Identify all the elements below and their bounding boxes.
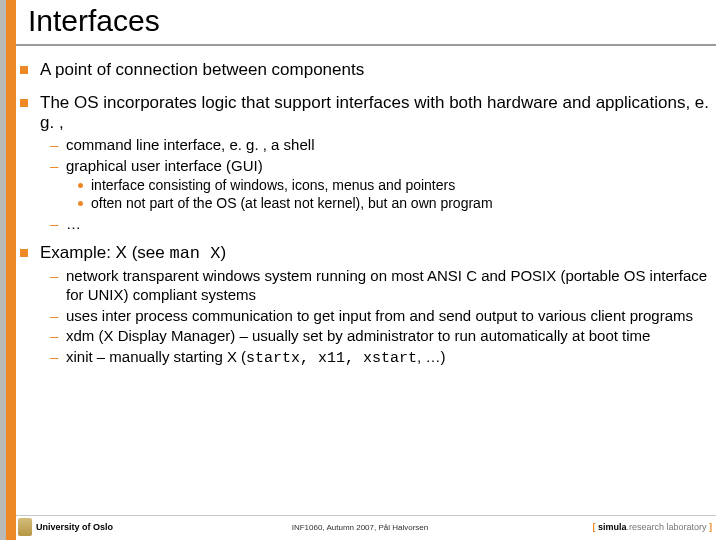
bracket-close: ] (707, 522, 713, 532)
dot-bullet-icon (78, 201, 83, 206)
bullet-text: network transparent windows system runni… (66, 267, 714, 305)
bullet-level2: – uses inter process communication to ge… (16, 307, 714, 326)
bullet-text: uses inter process communication to get … (66, 307, 693, 326)
square-bullet-icon (20, 249, 28, 257)
bullet-level2: – xinit – manually starting X (startx, x… (16, 348, 714, 369)
code-text: startx, x11, xstart (246, 350, 417, 367)
bullet-text: graphical user interface (GUI) (66, 157, 263, 176)
bullet-level2: – graphical user interface (GUI) (16, 157, 714, 176)
square-bullet-icon (20, 99, 28, 107)
bullet-text: xdm (X Display Manager) – usually set by… (66, 327, 650, 346)
bullet-level3: interface consisting of windows, icons, … (16, 177, 714, 195)
text-fragment: ) (220, 243, 226, 262)
text-fragment: xinit – manually starting X ( (66, 348, 246, 365)
bullet-text: xinit – manually starting X (startx, x11… (66, 348, 445, 369)
slide-footer: University of Oslo INF1060, Autumn 2007,… (0, 512, 720, 540)
dash-bullet-icon: – (50, 327, 62, 346)
logo-word: .research laboratory (626, 522, 706, 532)
bullet-level3: often not part of the OS (at least not k… (16, 195, 714, 213)
dash-bullet-icon: – (50, 307, 62, 326)
bullet-level1: The OS incorporates logic that support i… (16, 93, 714, 134)
bullet-text: … (66, 215, 81, 234)
slide-title: Interfaces (28, 4, 160, 38)
bullet-level2: – xdm (X Display Manager) – usually set … (16, 327, 714, 346)
code-text: man X (169, 244, 220, 263)
bullet-level2: – command line interface, e. g. , a shel… (16, 136, 714, 155)
bullet-text: command line interface, e. g. , a shell (66, 136, 314, 155)
bullet-level1: A point of connection between components (16, 60, 714, 81)
logo-word: simula (598, 522, 627, 532)
left-stripe-orange (6, 0, 16, 540)
dash-bullet-icon: – (50, 215, 62, 234)
dot-bullet-icon (78, 183, 83, 188)
bullet-text: interface consisting of windows, icons, … (91, 177, 455, 195)
dash-bullet-icon: – (50, 157, 62, 176)
slide-content: A point of connection between components… (16, 52, 714, 369)
dash-bullet-icon: – (50, 348, 62, 369)
dash-bullet-icon: – (50, 136, 62, 155)
bullet-level2: – … (16, 215, 714, 234)
bullet-text: A point of connection between components (40, 60, 364, 81)
text-fragment: Example: X (see (40, 243, 169, 262)
dash-bullet-icon: – (50, 267, 62, 305)
footer-divider (16, 515, 716, 516)
bullet-text: Example: X (see man X) (40, 243, 226, 265)
text-fragment: , …) (417, 348, 445, 365)
square-bullet-icon (20, 66, 28, 74)
footer-right-text: [ simula.research laboratory ] (592, 522, 712, 532)
bullet-text: The OS incorporates logic that support i… (40, 93, 714, 134)
bullet-text: often not part of the OS (at least not k… (91, 195, 493, 213)
bullet-level2: – network transparent windows system run… (16, 267, 714, 305)
title-underline (16, 44, 716, 46)
bullet-level1: Example: X (see man X) (16, 243, 714, 265)
